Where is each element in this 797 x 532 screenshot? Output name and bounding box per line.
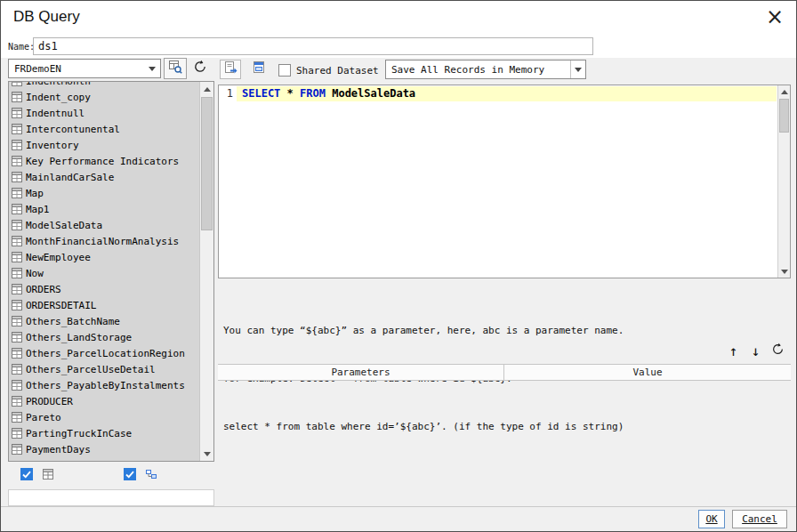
refresh-icon: [771, 343, 785, 359]
cancel-button[interactable]: Cancel: [732, 510, 787, 528]
scroll-up-icon[interactable]: [778, 85, 790, 98]
table-list-item[interactable]: Map: [9, 185, 199, 201]
search-tables-button[interactable]: [164, 58, 187, 79]
sql-text[interactable]: SELECT * FROM ModelSaleData: [242, 87, 415, 100]
connection-dropdown-value: FRDemoEN: [14, 63, 61, 75]
table-name: Map1: [26, 204, 50, 215]
sql-fragment: *: [280, 87, 300, 100]
table-name: Others_LandStorage: [26, 332, 132, 343]
table-list-item[interactable]: ORDERS: [9, 281, 199, 297]
format-sql-button[interactable]: [220, 60, 241, 79]
preview-icon: [252, 60, 266, 78]
save-mode-value: Save All Records in Memory: [391, 64, 544, 76]
table-icon: [12, 156, 22, 166]
scrollbar-thumb[interactable]: [779, 99, 789, 133]
scroll-down-icon[interactable]: [200, 447, 213, 461]
ok-button[interactable]: OK: [698, 510, 725, 528]
views-filter-checkbox[interactable]: [124, 468, 136, 480]
table-list-item[interactable]: NewEmployee: [9, 249, 199, 265]
sql-editor[interactable]: 1 SELECT * FROM ModelSaleData: [218, 85, 791, 278]
table-list-item[interactable]: Inventory: [9, 137, 199, 153]
save-mode-dropdown[interactable]: Save All Records in Memory: [385, 60, 586, 79]
table-icon: [12, 300, 22, 310]
help-line: You can type “${abc}” as a parameter, he…: [223, 323, 624, 339]
table-icon: [12, 284, 22, 294]
table-list-item[interactable]: PaymentDays: [9, 441, 199, 457]
shared-dataset-checkbox[interactable]: [278, 64, 291, 77]
value-column-header[interactable]: Value: [504, 365, 791, 380]
table-name: Inventory: [26, 140, 79, 151]
table-list-item[interactable]: Pareto: [9, 409, 199, 425]
table-list-item[interactable]: PartingTruckInCase: [9, 425, 199, 441]
sql-keyword: FROM: [300, 87, 326, 100]
table-name: Pareto: [26, 412, 61, 423]
name-label: Name:: [8, 42, 35, 52]
scroll-down-icon[interactable]: [778, 265, 790, 278]
dialog-title: DB Query: [13, 8, 80, 26]
close-icon[interactable]: ×: [762, 4, 787, 29]
table-list-item[interactable]: IndentMonth: [9, 82, 199, 89]
scrollbar-thumb[interactable]: [201, 97, 213, 230]
table-name: PRODUCER: [26, 396, 73, 407]
connection-dropdown[interactable]: FRDemoEN: [8, 59, 161, 78]
arrow-up-icon: ↑: [729, 343, 738, 359]
table-list-item[interactable]: Others_PayableByInstalments: [9, 377, 199, 393]
table-icon: [12, 348, 22, 359]
table-name: PartingTruckInCase: [26, 428, 132, 439]
table-icon: [12, 188, 22, 198]
table-icon: [12, 140, 22, 150]
name-row: Name:: [1, 35, 796, 58]
table-list-item[interactable]: Indentnull: [9, 105, 199, 121]
table-name: Key Performance Indicators: [26, 156, 179, 167]
table-name: Indentnull: [26, 108, 85, 119]
table-list-item[interactable]: PRODUCER: [9, 393, 199, 409]
table-list-item[interactable]: Map1: [9, 201, 199, 217]
table-list-item[interactable]: Others_ParcelUseDetail: [9, 361, 199, 377]
refresh-tables-button[interactable]: [189, 58, 212, 79]
table-list-scrollbar[interactable]: [199, 82, 213, 461]
dataset-name-input[interactable]: [33, 37, 593, 55]
table-list-item[interactable]: Others_LandStorage: [9, 329, 199, 345]
table-list-item[interactable]: Intercontunental: [9, 121, 199, 137]
line-number-gutter: 1: [219, 85, 237, 278]
table-name: IndentMonth: [26, 82, 91, 87]
footer-divider: [1, 506, 796, 507]
table-list-item[interactable]: Key Performance Indicators: [9, 153, 199, 169]
table-list-item[interactable]: Others_ParcelLocationRegion: [9, 345, 199, 361]
table-filter-box[interactable]: [8, 489, 214, 506]
table-list-items: IndentMonth Indent_copy: [9, 82, 199, 461]
help-line: select * from table where id=’${abc}’. (…: [223, 419, 624, 435]
line-number: 1: [227, 87, 233, 100]
table-icon: [12, 108, 22, 118]
table-name: Others_ParcelLocationRegion: [26, 348, 185, 359]
move-down-button[interactable]: ↓: [745, 341, 767, 360]
table-list-item[interactable]: Indent_copy: [9, 89, 199, 105]
format-sql-icon: [223, 60, 237, 78]
parameters-table-header: Parameters Value: [218, 364, 791, 381]
tables-filter-checkbox[interactable]: [20, 468, 33, 480]
refresh-parameters-button[interactable]: [767, 341, 789, 360]
move-up-button[interactable]: ↑: [722, 341, 745, 360]
editor-scrollbar[interactable]: [777, 85, 790, 278]
table-list-item[interactable]: MainlandCarSale: [9, 169, 199, 185]
preview-button[interactable]: [248, 60, 270, 79]
parameters-column-header[interactable]: Parameters: [218, 365, 504, 380]
chevron-down-icon[interactable]: [145, 60, 160, 77]
table-list-item[interactable]: Others_BatchName: [9, 313, 199, 329]
table-icon: [12, 92, 22, 102]
chevron-down-icon[interactable]: [570, 60, 585, 78]
table-list-item[interactable]: ORDERSDETAIL: [9, 297, 199, 313]
table-icon: [12, 204, 22, 214]
table-icon: [12, 220, 22, 230]
table-icon: [12, 396, 22, 407]
table-name: MainlandCarSale: [26, 172, 114, 183]
table-list-item[interactable]: Now: [9, 265, 199, 281]
table-icon: [12, 412, 22, 423]
table-name: Indent_copy: [26, 92, 91, 103]
table-name: ORDERS: [26, 284, 61, 295]
table-name: MonthFinancialNormAnalysis: [26, 236, 179, 247]
table-list-item[interactable]: ModelSaleData: [9, 217, 199, 233]
table-icon: [12, 364, 22, 375]
scroll-up-icon[interactable]: [200, 82, 213, 96]
table-list-item[interactable]: MonthFinancialNormAnalysis: [9, 233, 199, 249]
